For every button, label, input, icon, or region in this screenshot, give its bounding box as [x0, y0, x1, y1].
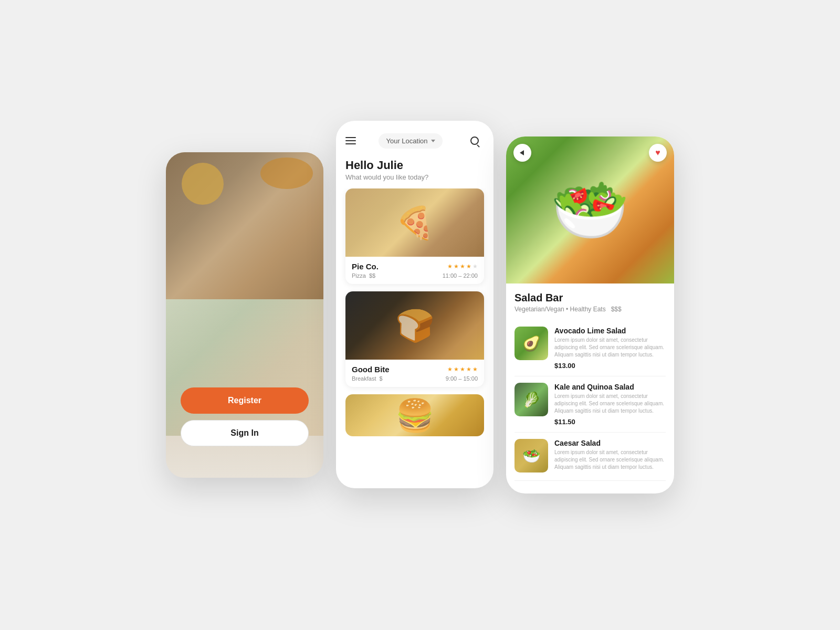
food-top-image	[166, 152, 323, 299]
star-icon: ★	[447, 263, 453, 270]
restaurant-card[interactable]: Good Bite ★ ★ ★ ★ ★ Breakfast	[345, 291, 484, 387]
signin-button[interactable]: Sign In	[181, 420, 309, 446]
restaurant-hours: 11:00 – 22:00	[443, 272, 478, 279]
star-icon: ★	[472, 263, 478, 270]
star-icon: ★	[466, 263, 471, 270]
menu-item-details: Caesar Salad Lorem ipsum dolor sit amet,…	[554, 439, 666, 474]
phones-container: Register Sign In Your Location Hello Ju	[145, 105, 695, 525]
restaurant-category: Vegetarian/Vegan • Healthy Eats	[514, 306, 606, 313]
restaurant-info: Pie Co. ★ ★ ★ ★ ★ Pizza	[345, 257, 484, 284]
restaurant-category: Pizza	[352, 272, 366, 279]
phone2: Your Location Hello Julie What would you…	[336, 121, 494, 488]
restaurant-image	[345, 188, 484, 257]
restaurant-name: Pie Co.	[352, 262, 379, 271]
restaurant-card-partial[interactable]	[345, 394, 484, 436]
restaurant-hours: 9:00 – 15:00	[446, 375, 478, 382]
app-header: Your Location	[336, 121, 494, 156]
menu-list: Avocado Lime Salad Lorem ipsum dolor sit…	[514, 320, 666, 494]
menu-item[interactable]: Avocado Lime Salad Lorem ipsum dolor sit…	[514, 320, 666, 376]
phone3: ♥ Salad Bar Vegetarian/Vegan • Healthy E…	[506, 136, 674, 494]
menu-item[interactable]: Caesar Salad Lorem ipsum dolor sit amet,…	[514, 433, 666, 481]
menu-item-name: Avocado Lime Salad	[554, 327, 666, 335]
star-icon: ★	[454, 366, 459, 373]
menu-item-image	[514, 327, 548, 360]
menu-button[interactable]	[345, 137, 356, 144]
restaurant-category: Breakfast	[352, 375, 376, 382]
restaurant-name: Salad Bar	[514, 292, 666, 304]
back-button[interactable]	[513, 144, 531, 162]
star-icon: ★	[466, 366, 471, 373]
menu-item-name: Kale and Quinoa Salad	[554, 383, 666, 391]
location-label: Your Location	[386, 137, 427, 145]
restaurant-image	[345, 291, 484, 360]
menu-item-details: Kale and Quinoa Salad Lorem ipsum dolor …	[554, 383, 666, 426]
menu-item-name: Caesar Salad	[554, 439, 666, 447]
detail-navigation: ♥	[506, 144, 674, 162]
restaurant-image	[345, 394, 484, 436]
rating-stars: ★ ★ ★ ★ ★	[447, 263, 478, 270]
menu-item-image	[514, 439, 548, 472]
star-icon: ★	[472, 366, 478, 373]
rating-stars: ★ ★ ★ ★ ★	[447, 366, 478, 373]
greeting-hello: Hello Julie	[345, 159, 484, 172]
favorite-button[interactable]: ♥	[649, 144, 667, 162]
menu-item-details: Avocado Lime Salad Lorem ipsum dolor sit…	[554, 327, 666, 370]
location-selector[interactable]: Your Location	[379, 133, 442, 149]
menu-item-image	[514, 383, 548, 416]
restaurant-card[interactable]: Pie Co. ★ ★ ★ ★ ★ Pizza	[345, 188, 484, 284]
register-button[interactable]: Register	[181, 387, 309, 414]
restaurant-meta: Breakfast $	[352, 375, 383, 382]
search-button[interactable]	[465, 131, 484, 150]
restaurant-detail-content: Salad Bar Vegetarian/Vegan • Healthy Eat…	[506, 284, 674, 494]
search-icon	[470, 136, 479, 145]
menu-item-price: $13.00	[554, 362, 666, 370]
menu-item-description: Lorem ipsum dolor sit amet, consectetur …	[554, 449, 666, 471]
greeting-subtitle: What would you like today?	[345, 173, 484, 181]
menu-item-price: $11.50	[554, 418, 666, 426]
menu-item-description: Lorem ipsum dolor sit amet, consectetur …	[554, 393, 666, 415]
restaurant-price: $	[379, 375, 382, 382]
hero-image-section: ♥	[506, 136, 674, 284]
phone1: Register Sign In	[166, 152, 323, 478]
heart-icon: ♥	[655, 148, 660, 158]
chevron-down-icon	[431, 140, 435, 142]
star-icon: ★	[454, 263, 459, 270]
star-icon: ★	[447, 366, 453, 373]
menu-item[interactable]: Kale and Quinoa Salad Lorem ipsum dolor …	[514, 376, 666, 433]
restaurant-meta: Pizza $$	[352, 272, 375, 279]
menu-item-description: Lorem ipsum dolor sit amet, consectetur …	[554, 337, 666, 359]
back-arrow-icon	[520, 150, 524, 155]
restaurant-info: Good Bite ★ ★ ★ ★ ★ Breakfast	[345, 360, 484, 387]
star-icon: ★	[460, 263, 465, 270]
restaurant-price: $$$	[611, 306, 622, 313]
restaurant-name: Good Bite	[352, 365, 390, 374]
restaurant-meta: Vegetarian/Vegan • Healthy Eats $$$	[514, 306, 666, 313]
restaurant-list: Pie Co. ★ ★ ★ ★ ★ Pizza	[336, 188, 494, 488]
restaurant-price: $$	[369, 272, 375, 279]
star-icon: ★	[460, 366, 465, 373]
greeting-section: Hello Julie What would you like today?	[336, 156, 494, 188]
